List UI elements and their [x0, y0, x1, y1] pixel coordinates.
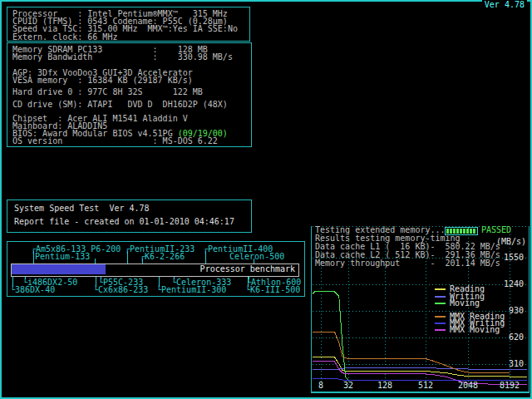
cpu-ref-tick [205, 251, 206, 264]
legend-label: Moving [450, 299, 480, 308]
system-info-line: CD drive (SM): ATAPI DVD D DH16D2P (48X) [12, 101, 228, 109]
status-badge: PASSED [481, 226, 511, 234]
benchmark-bar-fill: 235.60 [12, 264, 106, 274]
y-axis-unit-label: (MB/s) [496, 238, 526, 246]
y-axis-tick-label: 1550 [504, 254, 524, 262]
legend-swatch [435, 329, 446, 331]
cpu-ref-label: └PentiumII-300 [156, 286, 226, 293]
x-axis-tick-label: 8192 [500, 382, 520, 390]
system-info-text: VESA memory : 16384 KB (29187 KB/s) [12, 76, 193, 85]
x-axis-tick-label: 2048 [458, 382, 478, 390]
cpu-ref-label: └K6-III-500 [245, 286, 300, 293]
cpu-ref-label: Pentium-133 [35, 253, 90, 260]
system-info-text: CD drive (SM): ATAPI DVD D DH16D2P (48X) [12, 100, 228, 109]
system-info-line: VESA memory : 16384 KB (29187 KB/s) [12, 76, 193, 85]
legend-swatch [435, 288, 446, 290]
benchmark-bar: 235.60 Processor benchmark [11, 264, 299, 277]
legend-swatch [435, 316, 446, 318]
system-info-line: OS version : MS-DOS 6.22 [12, 137, 218, 145]
cpu-ref-tick [12, 275, 13, 287]
legend-swatch [435, 296, 446, 298]
benchmark-bar-title: Processor benchmark [200, 264, 295, 274]
cpu-ref-label: ┌K6-2-266 [140, 253, 185, 260]
legend-swatch [435, 303, 446, 304]
x-axis-tick-label: 8 [318, 382, 323, 390]
y-axis-tick-label: 620 [509, 333, 524, 342]
processor-benchmark-box: ┌Am5x86-133 P6-200┌PentiumII-233┌Pentium… [7, 241, 305, 297]
processor-info-box: Processor : Intel Pentium®MMX™ 315 MHzCP… [7, 7, 250, 42]
processor-info-lines: Processor : Intel Pentium®MMX™ 315 MHzCP… [12, 10, 249, 41]
cpu-ref-label: Celeron-500 [229, 253, 284, 260]
system-info-line: Hard drive 0 : 977C 8H 32S 122 MB [12, 88, 203, 96]
memtest-result-line: Memory throughput - 201.14 MB/s [315, 259, 500, 268]
x-axis-tick-label: 512 [418, 382, 433, 390]
app-title: System Speed Test Ver 4.78 [14, 204, 150, 213]
cpu-ref-label: └386DX-40 [10, 286, 55, 293]
cpu-ref-tick [159, 275, 160, 287]
y-axis-tick-label: 310 [509, 360, 524, 368]
system-info-line: Memory Bandwidth : 330.98 MB/s [12, 53, 233, 62]
version-label: Ver 4.78 [482, 0, 527, 10]
dos-benchmark-screen: Ver 4.78 Processor : Intel Pentium®MMX™ … [0, 0, 532, 399]
x-axis-tick-label: 128 [377, 382, 392, 390]
cpu-ref-tick [127, 251, 128, 264]
cpu-ref-tick [248, 275, 249, 287]
series-moving [313, 292, 527, 380]
cpu-ref-label: └Cx6x86-233 [93, 286, 148, 293]
processor-info-line: Extern. clock: 66 MHz [12, 33, 249, 41]
legend-label: MMX Moving [450, 326, 500, 334]
memory-throughput-panel: Testing extended memory... PASSED Result… [311, 226, 530, 393]
legend-swatch [435, 323, 446, 324]
report-box: System Speed Test Ver 4.78 Report file -… [7, 200, 252, 233]
y-axis-tick-label: 930 [509, 307, 524, 315]
system-info-box: Memory SDRAM PC133 : 128 MBMemory Bandwi… [7, 42, 252, 147]
system-info-text: Hard drive 0 : 977C 8H 32S 122 MB [12, 87, 203, 96]
x-axis-tick-label: 32 [343, 382, 353, 390]
cpu-ref-tick [33, 251, 34, 264]
report-file-line: Report file - created on 01-01-2010 04:4… [14, 218, 234, 226]
system-info-text: Memory Bandwidth : 330.98 MB/s [12, 52, 233, 62]
cpu-ref-tick [96, 275, 96, 287]
y-axis-tick-label: 1240 [504, 280, 524, 288]
system-info-text: OS version : MS-DOS 6.22 [12, 136, 218, 145]
